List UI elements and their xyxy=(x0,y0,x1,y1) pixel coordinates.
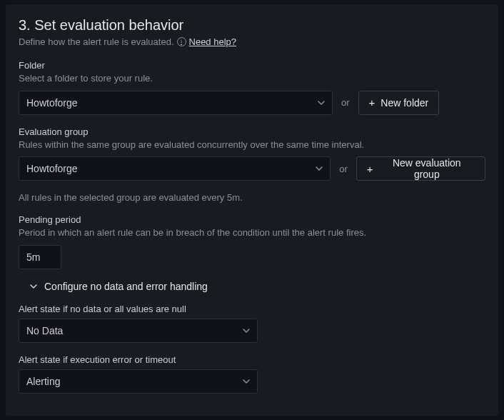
evaluation-group-field: Evaluation group Rules within the same g… xyxy=(19,126,485,181)
alert-no-data-select[interactable]: No Data xyxy=(19,319,258,343)
plus-icon: + xyxy=(367,164,373,174)
info-icon: i xyxy=(177,37,186,46)
pending-period-field: Pending period Period in which an alert … xyxy=(19,214,485,269)
chevron-down-icon xyxy=(243,378,250,385)
need-help-link[interactable]: i Need help? xyxy=(177,36,237,47)
plus-icon: + xyxy=(369,97,376,108)
alert-no-data-label: Alert state if no data or all values are… xyxy=(19,304,485,314)
chevron-down-icon xyxy=(30,283,37,290)
new-evaluation-group-button[interactable]: + New evaluation group xyxy=(356,156,485,181)
alert-error-field: Alert state if execution error or timeou… xyxy=(19,354,485,394)
new-folder-button-label: New folder xyxy=(380,97,428,109)
alert-no-data-selected-value: No Data xyxy=(26,325,243,336)
alert-error-select[interactable]: Alerting xyxy=(19,369,258,394)
folder-label: Folder xyxy=(19,60,485,71)
chevron-down-icon xyxy=(243,327,250,334)
folder-or-text: or xyxy=(341,97,350,108)
section-subtitle: Define how the alert rule is evaluated. xyxy=(19,36,174,47)
evaluation-behavior-panel: 3. Set evaluation behavior Define how th… xyxy=(6,4,498,416)
alert-error-label: Alert state if execution error or timeou… xyxy=(19,354,485,365)
group-evaluation-note: All rules in the selected group are eval… xyxy=(19,192,485,203)
evaluation-group-desc: Rules within the same group are evaluate… xyxy=(19,139,390,151)
evaluation-group-label: Evaluation group xyxy=(19,126,485,137)
new-evaluation-group-button-label: New evaluation group xyxy=(379,157,475,180)
evaluation-group-or-text: or xyxy=(339,164,348,174)
folder-selected-value: Howtoforge xyxy=(26,97,318,109)
folder-desc: Select a folder to store your rule. xyxy=(19,72,390,85)
section-title: 3. Set evaluation behavior xyxy=(19,17,485,34)
chevron-down-icon xyxy=(318,99,325,106)
section-subtitle-row: Define how the alert rule is evaluated. … xyxy=(19,36,485,47)
alert-error-selected-value: Alerting xyxy=(26,376,243,387)
folder-select[interactable]: Howtoforge xyxy=(19,91,333,115)
pending-period-desc: Period in which an alert rule can be in … xyxy=(19,226,390,239)
folder-field: Folder Select a folder to store your rul… xyxy=(19,60,485,115)
pending-period-label: Pending period xyxy=(19,214,485,225)
pending-period-input[interactable]: 5m xyxy=(19,245,61,269)
evaluation-group-selected-value: Howtoforge xyxy=(26,163,316,174)
configure-nodata-error-toggle[interactable]: Configure no data and error handling xyxy=(30,281,485,292)
configure-nodata-error-title: Configure no data and error handling xyxy=(44,281,208,292)
new-folder-button[interactable]: + New folder xyxy=(358,91,440,115)
alert-no-data-field: Alert state if no data or all values are… xyxy=(19,304,485,343)
chevron-down-icon xyxy=(316,165,323,172)
pending-period-value: 5m xyxy=(26,251,40,263)
need-help-text: Need help? xyxy=(189,36,237,47)
evaluation-group-select[interactable]: Howtoforge xyxy=(19,156,331,181)
